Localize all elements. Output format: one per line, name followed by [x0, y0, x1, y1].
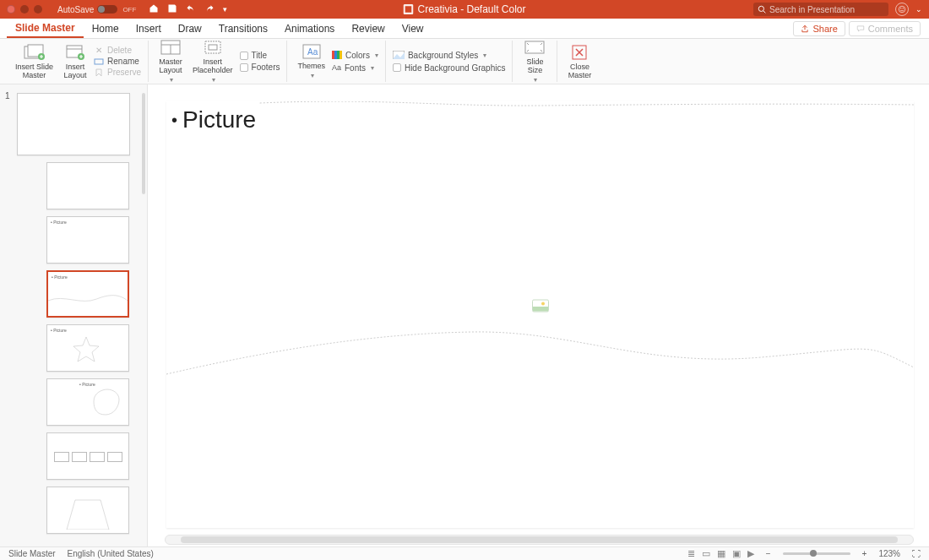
tab-transitions[interactable]: Transitions — [210, 19, 276, 38]
tab-home[interactable]: Home — [84, 19, 128, 38]
picture-placeholder-title[interactable]: Picture — [171, 106, 256, 133]
svg-rect-24 — [340, 51, 342, 59]
sorter-view-icon[interactable]: ▦ — [717, 548, 725, 559]
workspace: 1 • Picture • Picture • Picture • Pictur… — [0, 84, 929, 546]
zoom-in-button[interactable]: + — [862, 549, 867, 558]
master-index: 1 — [5, 91, 10, 101]
insert-slide-master-label: Insert Slide Master — [15, 63, 53, 80]
svg-rect-13 — [95, 59, 103, 64]
status-language[interactable]: English (United States) — [68, 549, 154, 558]
colors-button[interactable]: Colors▾ — [332, 51, 378, 61]
view-buttons: ≣ ▭ ▦ ▣ ▶ — [687, 548, 754, 559]
normal-view-icon[interactable]: ▭ — [702, 548, 710, 559]
slideshow-view-icon[interactable]: ▶ — [747, 548, 754, 559]
fit-window-icon[interactable]: ⛶ — [912, 549, 921, 558]
delete-icon: ✕ — [94, 46, 104, 55]
svg-rect-17 — [205, 41, 220, 53]
thumbnail-layout-1[interactable] — [46, 162, 129, 209]
insert-layout-button[interactable]: Insert Layout — [60, 41, 90, 82]
horizontal-scrollbar[interactable] — [165, 535, 914, 545]
search-icon — [758, 5, 766, 14]
hide-background-checkbox[interactable]: Hide Background Graphics — [393, 63, 506, 73]
tab-animations[interactable]: Animations — [276, 19, 343, 38]
svg-point-6 — [903, 8, 904, 8]
autosave-control[interactable]: AutoSave OFF — [57, 5, 136, 14]
reading-view-icon[interactable]: ▣ — [732, 548, 741, 559]
window-controls[interactable] — [7, 5, 42, 14]
slide-size-label: Slide Size — [526, 58, 543, 75]
group-close: Close Master — [557, 41, 601, 82]
account-button[interactable] — [895, 3, 909, 16]
svg-line-3 — [763, 11, 766, 14]
insert-slide-master-button[interactable]: Insert Slide Master — [12, 41, 57, 82]
group-master-layout: Master Layout ▾ Insert Placeholder ▾ Tit… — [149, 41, 287, 82]
fonts-button[interactable]: Aa Fonts▾ — [332, 63, 378, 73]
zoom-out-button[interactable]: − — [766, 549, 771, 558]
preserve-icon — [94, 68, 104, 77]
wave-sketch-icon — [48, 291, 128, 306]
thumbnail-panel[interactable]: 1 • Picture • Picture • Picture • Pictur… — [0, 84, 148, 546]
svg-point-4 — [899, 6, 905, 13]
insert-placeholder-button[interactable]: Insert Placeholder ▾ — [189, 36, 236, 86]
master-layout-label: Master Layout — [159, 58, 182, 75]
search-input[interactable]: Search in Presentation — [753, 3, 888, 16]
zoom-percent[interactable]: 123% — [878, 549, 900, 558]
account-caret-icon[interactable]: ⌄ — [915, 5, 922, 14]
thumbnail-layout-5[interactable]: • Picture — [46, 378, 129, 426]
svg-rect-22 — [334, 51, 337, 59]
thumbnail-layout-7[interactable] — [46, 487, 129, 534]
zoom-slider[interactable] — [783, 552, 850, 555]
search-placeholder: Search in Presentation — [769, 5, 855, 14]
thumbnail-layout-4[interactable]: • Picture — [46, 324, 129, 372]
preserve-button[interactable]: Preserve — [94, 68, 141, 77]
status-view-label[interactable]: Slide Master — [8, 549, 56, 558]
thumbnail-master[interactable] — [17, 93, 130, 155]
rename-icon — [94, 57, 104, 66]
notes-button[interactable]: ≣ — [687, 548, 695, 559]
rename-button[interactable]: Rename — [94, 57, 141, 66]
thumbnail-layout-3[interactable]: • Picture — [46, 270, 129, 318]
slide-editor[interactable]: Picture — [148, 84, 929, 546]
qat-more-icon[interactable]: ▾ — [223, 5, 227, 14]
group-background: Background Styles▾ Hide Background Graph… — [386, 41, 513, 82]
svg-rect-23 — [337, 51, 340, 59]
tab-slide-master[interactable]: Slide Master — [7, 19, 84, 38]
footers-checkbox[interactable]: Footers — [240, 63, 280, 72]
maximize-window-icon[interactable] — [34, 5, 42, 14]
background-icon — [393, 51, 405, 61]
checkbox-icon — [240, 63, 248, 72]
thumbnail-layout-6[interactable] — [46, 432, 129, 480]
thumbnail-layout-2[interactable]: • Picture — [46, 216, 129, 264]
tab-view[interactable]: View — [394, 19, 432, 38]
group-edit-theme: Aa Themes ▾ Colors▾ Aa Fonts▾ — [287, 41, 385, 82]
scrollbar-thumb[interactable] — [181, 536, 899, 543]
thumbnail-scrollbar[interactable] — [142, 93, 145, 194]
document-title-text: Creativia - Default Color — [417, 3, 525, 15]
chevron-down-icon: ▾ — [375, 52, 378, 59]
redo-icon[interactable] — [204, 3, 215, 16]
delete-button[interactable]: ✕Delete — [94, 46, 141, 55]
slide-size-button[interactable]: Slide Size ▾ — [519, 36, 550, 86]
slide-canvas[interactable]: Picture — [166, 101, 914, 528]
home-icon[interactable] — [149, 3, 159, 16]
master-layout-button[interactable]: Master Layout ▾ — [155, 36, 186, 86]
close-window-icon[interactable] — [7, 5, 15, 14]
save-icon[interactable] — [167, 3, 177, 16]
title-checkbox[interactable]: Title — [240, 51, 280, 60]
share-button[interactable]: Share — [793, 21, 845, 36]
comments-button[interactable]: Comments — [849, 21, 921, 36]
minimize-window-icon[interactable] — [20, 5, 29, 14]
chevron-down-icon: ▾ — [212, 77, 215, 84]
undo-icon[interactable] — [186, 3, 196, 16]
autosave-toggle[interactable] — [97, 5, 117, 14]
tab-draw[interactable]: Draw — [170, 19, 210, 38]
insert-placeholder-label: Insert Placeholder — [193, 58, 233, 75]
themes-button[interactable]: Aa Themes ▾ — [294, 41, 329, 82]
picture-placeholder-icon[interactable] — [532, 300, 549, 313]
close-master-label: Close Master — [568, 63, 592, 80]
tab-insert[interactable]: Insert — [128, 19, 170, 38]
background-styles-button[interactable]: Background Styles▾ — [393, 51, 506, 61]
close-master-button[interactable]: Close Master — [564, 41, 595, 82]
tab-review[interactable]: Review — [343, 19, 393, 38]
mid-wave-decoration — [166, 317, 914, 384]
